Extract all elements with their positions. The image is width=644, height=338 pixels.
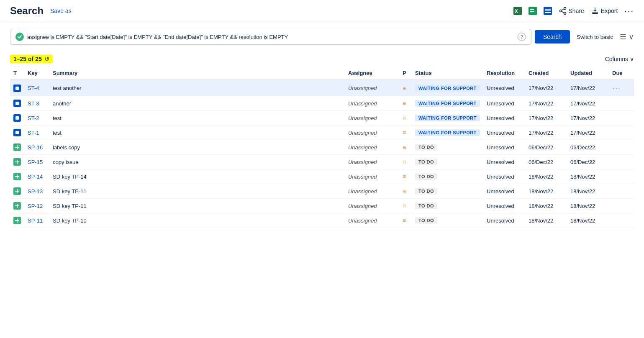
cell-due	[609, 184, 634, 199]
col-header-resolution[interactable]: Resolution	[483, 67, 525, 80]
cell-key[interactable]: ST-1	[24, 125, 49, 140]
table-row[interactable]: SP-13 SD key TP-11 Unassigned ≡ TO DO Un…	[10, 184, 634, 199]
row-actions-button[interactable]: ···	[612, 84, 621, 92]
type-icon-svg	[15, 130, 20, 135]
cell-created: 18/Nov/22	[525, 169, 567, 184]
created-date: 06/Dec/22	[529, 159, 553, 165]
svg-rect-3	[530, 9, 532, 10]
refresh-button[interactable]: ↺	[44, 56, 49, 62]
cell-assignee: Unassigned	[345, 199, 399, 213]
col-header-status[interactable]: Status	[412, 67, 483, 80]
priority-icon: ≡	[403, 173, 406, 180]
cell-summary[interactable]: test	[49, 111, 345, 125]
share-button[interactable]: Share	[559, 7, 584, 15]
export-sheets-button[interactable]	[529, 7, 537, 15]
cell-key[interactable]: ST-3	[24, 96, 49, 111]
table-row[interactable]: ST-4 test another Unassigned ≡ WAITING F…	[10, 80, 634, 96]
cell-updated: 17/Nov/22	[567, 111, 609, 125]
cell-key[interactable]: ST-2	[24, 111, 49, 125]
search-button[interactable]: Search	[535, 30, 570, 44]
col-header-priority[interactable]: P	[399, 67, 412, 80]
cell-summary[interactable]: SD key TP-14	[49, 169, 345, 184]
cell-key[interactable]: SP-15	[24, 155, 49, 169]
created-date: 18/Nov/22	[529, 203, 553, 209]
status-badge[interactable]: TO DO	[415, 173, 437, 180]
status-badge[interactable]: TO DO	[415, 159, 437, 165]
table-row[interactable]: SP-11 SD key TP-10 Unassigned ≡ TO DO Un…	[10, 213, 634, 228]
share-icon	[559, 7, 567, 15]
cell-created: 17/Nov/22	[525, 125, 567, 140]
cell-key[interactable]: SP-16	[24, 140, 49, 155]
cell-summary[interactable]: SD key TP-11	[49, 199, 345, 213]
col-header-key[interactable]: Key	[24, 67, 49, 80]
assignee-text: Unassigned	[348, 85, 377, 91]
cell-summary[interactable]: SD key TP-10	[49, 213, 345, 228]
issue-key-link[interactable]: ST-1	[28, 130, 39, 136]
search-help-button[interactable]: ?	[518, 33, 526, 41]
more-options-button[interactable]: ···	[624, 6, 634, 16]
cell-resolution: Unresolved	[483, 199, 525, 213]
table-row[interactable]: SP-15 copy issue Unassigned ≡ TO DO Unre…	[10, 155, 634, 169]
cell-status: TO DO	[412, 213, 483, 228]
cell-due	[609, 199, 634, 213]
cell-resolution: Unresolved	[483, 96, 525, 111]
priority-icon: ≡	[403, 159, 406, 165]
col-header-created[interactable]: Created	[525, 67, 567, 80]
col-header-summary[interactable]: Summary	[49, 67, 345, 80]
status-badge[interactable]: TO DO	[415, 144, 437, 151]
cell-summary[interactable]: copy issue	[49, 155, 345, 169]
save-as-button[interactable]: Save as	[50, 8, 72, 14]
type-icon	[13, 129, 21, 136]
status-badge[interactable]: WAITING FOR SUPPORT	[415, 100, 480, 107]
table-row[interactable]: SP-16 labels copy Unassigned ≡ TO DO Unr…	[10, 140, 634, 155]
cell-key[interactable]: SP-12	[24, 199, 49, 213]
updated-date: 06/Dec/22	[570, 144, 595, 151]
cell-summary[interactable]: test another	[49, 80, 345, 96]
table-row[interactable]: SP-14 SD key TP-14 Unassigned ≡ TO DO Un…	[10, 169, 634, 184]
cell-key[interactable]: ST-4	[24, 80, 49, 96]
table-row[interactable]: ST-2 test Unassigned ≡ WAITING FOR SUPPO…	[10, 111, 634, 125]
table-row[interactable]: ST-3 another Unassigned ≡ WAITING FOR SU…	[10, 96, 634, 111]
issue-key-link[interactable]: SP-12	[28, 203, 43, 209]
status-badge[interactable]: TO DO	[415, 188, 437, 195]
issue-key-link[interactable]: ST-4	[28, 85, 39, 91]
cell-key[interactable]: SP-14	[24, 169, 49, 184]
cell-updated: 18/Nov/22	[567, 169, 609, 184]
issue-key-link[interactable]: SP-14	[28, 174, 43, 180]
col-header-due[interactable]: Due	[609, 67, 634, 80]
export-excel-button[interactable]: X	[513, 7, 522, 15]
updated-date: 17/Nov/22	[570, 85, 595, 91]
search-menu-icon[interactable]: ☰ ∨	[620, 32, 634, 41]
col-header-updated[interactable]: Updated	[567, 67, 609, 80]
columns-button[interactable]: Columns ∨	[605, 56, 634, 62]
cell-key[interactable]: SP-11	[24, 213, 49, 228]
issue-key-link[interactable]: SP-13	[28, 188, 43, 195]
table-row[interactable]: SP-12 SD key TP-11 Unassigned ≡ TO DO Un…	[10, 199, 634, 213]
table-row[interactable]: ST-1 test Unassigned ≡ WAITING FOR SUPPO…	[10, 125, 634, 140]
issue-key-link[interactable]: SP-11	[28, 218, 43, 224]
created-date: 17/Nov/22	[529, 85, 553, 91]
table-view-button[interactable]	[544, 7, 552, 15]
status-badge[interactable]: TO DO	[415, 217, 437, 224]
export-button[interactable]: Export	[591, 7, 618, 15]
search-query-text[interactable]: assignee is EMPTY && "Start date[Date]" …	[27, 34, 514, 40]
issue-key-link[interactable]: SP-16	[28, 144, 43, 151]
issue-key-link[interactable]: ST-3	[28, 100, 39, 107]
cell-summary[interactable]: test	[49, 125, 345, 140]
status-badge[interactable]: WAITING FOR SUPPORT	[415, 129, 480, 136]
cell-status: WAITING FOR SUPPORT	[412, 96, 483, 111]
status-badge[interactable]: WAITING FOR SUPPORT	[415, 85, 480, 92]
issue-key-link[interactable]: ST-2	[28, 115, 39, 121]
cell-type	[10, 213, 24, 228]
col-header-assignee[interactable]: Assignee	[345, 67, 399, 80]
cell-summary[interactable]: labels copy	[49, 140, 345, 155]
priority-icon: ≡	[403, 100, 406, 107]
status-badge[interactable]: TO DO	[415, 202, 437, 209]
issue-key-link[interactable]: SP-15	[28, 159, 43, 165]
cell-summary[interactable]: SD key TP-11	[49, 184, 345, 199]
cell-key[interactable]: SP-13	[24, 184, 49, 199]
status-badge[interactable]: WAITING FOR SUPPORT	[415, 115, 480, 121]
cell-summary[interactable]: another	[49, 96, 345, 111]
switch-to-basic-button[interactable]: Switch to basic	[577, 34, 613, 40]
type-icon-svg	[15, 159, 20, 164]
